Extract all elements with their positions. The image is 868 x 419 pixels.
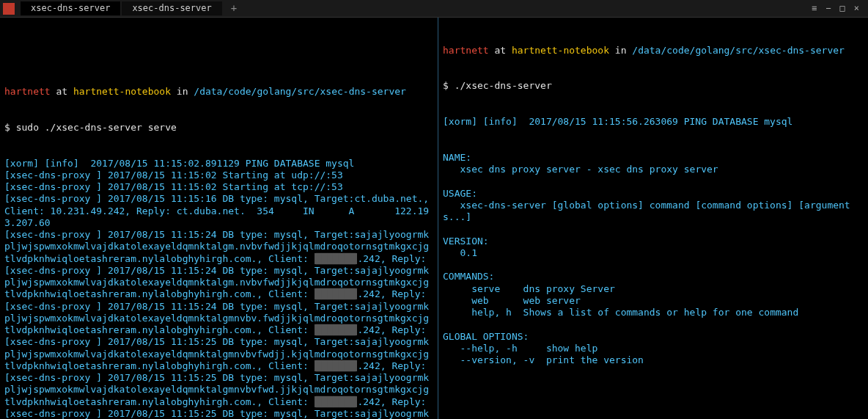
prompt-line: hartnett at hartnett-notebook in /data/c…: [443, 45, 864, 57]
output-line: [xsec-dns-proxy ] 2017/08/15 11:15:25 DB…: [4, 372, 433, 408]
redacted-ip: ███████: [315, 396, 358, 407]
redacted-ip: ███████: [315, 324, 358, 335]
command-line: $ ./xsec-dns-server: [443, 80, 864, 92]
app-icon: [3, 3, 15, 15]
right-terminal[interactable]: hartnett at hartnett-notebook in /data/c…: [438, 18, 868, 419]
split-panes: hartnett at hartnett-notebook in /data/c…: [0, 18, 868, 419]
prompt-path: /data/code/golang/src/xsec-dns-server: [194, 86, 406, 97]
help-line: xsec dns proxy server - xsec dns proxy s…: [443, 164, 864, 175]
help-line: USAGE:: [443, 188, 864, 200]
redacted-ip: ███████: [315, 360, 358, 371]
minimize-icon[interactable]: −: [825, 3, 831, 14]
prompt-in: in: [171, 86, 194, 97]
help-line: help, h Shows a list of commands or help…: [443, 307, 864, 318]
output-line: [xsec-dns-proxy ] 2017/08/15 11:15:24 DB…: [4, 229, 433, 265]
help-line: web web server: [443, 295, 864, 307]
help-line: [443, 223, 864, 235]
help-line: xsec-dns-server [global options] command…: [443, 200, 864, 224]
prompt-host: hartnett-notebook: [512, 45, 609, 56]
terminal-output: [xorm] [info] 2017/08/15 11:15:02.891129…: [4, 158, 433, 420]
left-terminal[interactable]: hartnett at hartnett-notebook in /data/c…: [0, 18, 438, 419]
output-line: [xsec-dns-proxy ] 2017/08/15 11:15:24 DB…: [4, 265, 433, 301]
tab-2[interactable]: xsec-dns-server: [122, 1, 221, 15]
help-line: --version, -v print the version: [443, 354, 864, 366]
tab-add-button[interactable]: +: [224, 2, 244, 15]
help-line: VERSION:: [443, 236, 864, 247]
window-controls: ≡ − □ ×: [812, 3, 865, 14]
help-line: COMMANDS:: [443, 271, 864, 283]
output-line: [xorm] [info] 2017/08/15 11:15:02.891129…: [4, 158, 433, 170]
menu-icon[interactable]: ≡: [812, 3, 817, 14]
output-line: [xsec-dns-proxy ] 2017/08/15 11:15:02 St…: [4, 170, 433, 181]
help-line: [443, 175, 864, 187]
prompt-path: /data/code/golang/src/xsec-dns-server: [632, 45, 845, 56]
prompt-user: hartnett: [443, 45, 489, 56]
prompt-host: hartnett-notebook: [73, 86, 171, 97]
prompt-user: hartnett: [4, 86, 51, 97]
help-line: --help, -h show help: [443, 343, 864, 354]
prompt-line: hartnett at hartnett-notebook in /data/c…: [4, 86, 433, 98]
help-line: NAME:: [443, 152, 864, 164]
help-line: serve dns proxy Server: [443, 283, 864, 295]
prompt-at: at: [489, 45, 512, 56]
output-line: [xsec-dns-proxy ] 2017/08/15 11:15:24 DB…: [4, 301, 433, 337]
tab-1[interactable]: xsec-dns-server: [21, 1, 120, 15]
maximize-icon[interactable]: □: [840, 3, 845, 14]
help-line: [443, 259, 864, 271]
close-icon[interactable]: ×: [854, 3, 859, 14]
output-line: [xsec-dns-proxy ] 2017/08/15 11:15:16 DB…: [4, 193, 433, 229]
help-line: 0.1: [443, 247, 864, 259]
prompt-in: in: [609, 45, 632, 56]
help-line: [443, 318, 864, 330]
output-line: [xorm] [info] 2017/08/15 11:15:56.263069…: [443, 116, 864, 128]
help-line: GLOBAL OPTIONS:: [443, 331, 864, 343]
output-line: [xsec-dns-proxy ] 2017/08/15 11:15:25 DB…: [4, 336, 433, 372]
titlebar: xsec-dns-server xsec-dns-server + ≡ − □ …: [0, 0, 868, 18]
prompt-at: at: [51, 86, 73, 97]
output-line: [xsec-dns-proxy ] 2017/08/15 11:15:25 DB…: [4, 408, 433, 419]
redacted-ip: ███████: [315, 288, 358, 299]
redacted-ip: ███████: [315, 253, 358, 264]
command-line: $ sudo ./xsec-dns-server serve: [4, 122, 433, 134]
help-output: NAME: xsec dns proxy server - xsec dns p…: [443, 152, 864, 367]
output-line: [xsec-dns-proxy ] 2017/08/15 11:15:02 St…: [4, 181, 433, 193]
